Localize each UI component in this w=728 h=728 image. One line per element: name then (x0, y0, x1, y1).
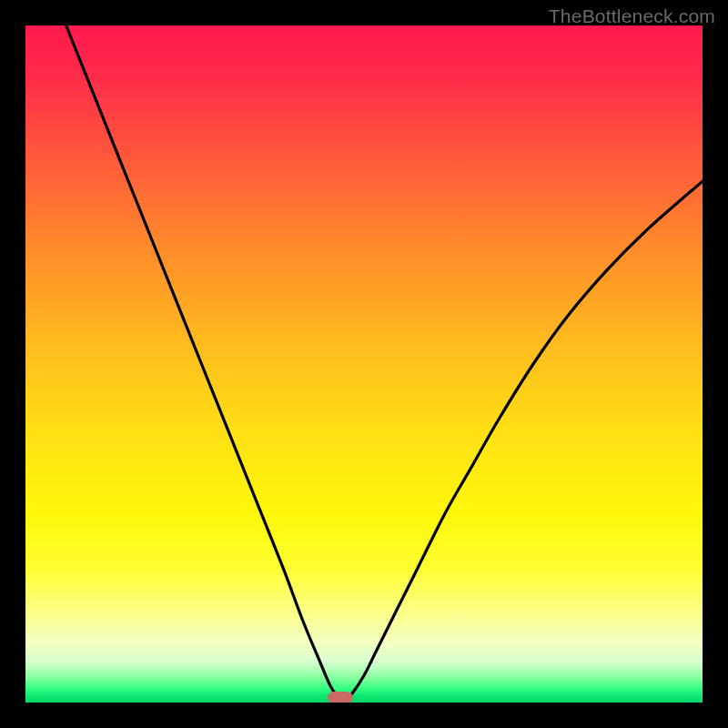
bottleneck-curve (25, 25, 703, 703)
plot-area (25, 25, 703, 703)
optimum-marker (328, 692, 353, 703)
watermark-label: TheBottleneck.com (549, 5, 715, 27)
chart-container: TheBottleneck.com (0, 0, 728, 728)
